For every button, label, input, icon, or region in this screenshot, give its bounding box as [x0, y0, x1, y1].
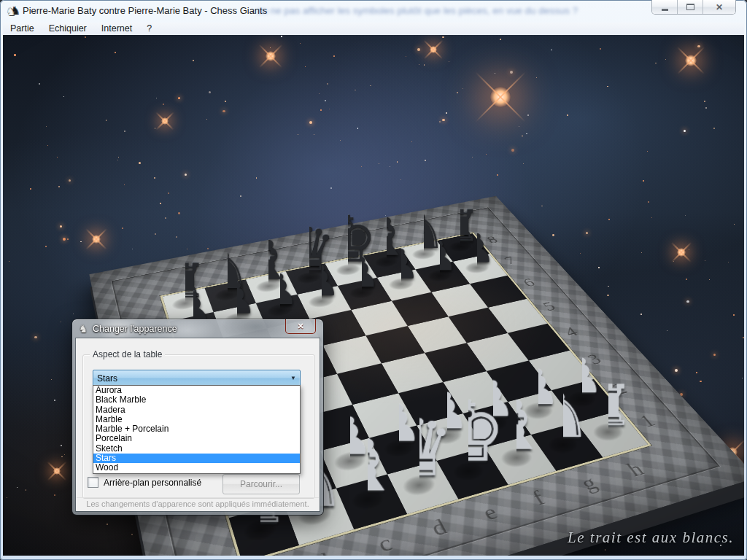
menu-partie[interactable]: Partie: [3, 23, 42, 35]
close-icon: ✕: [716, 3, 723, 12]
menu-help[interactable]: ?: [139, 23, 159, 35]
dropdown-option-marble[interactable]: Marble: [93, 415, 300, 424]
dropdown-option-madera[interactable]: Madera: [93, 405, 300, 415]
custom-background-label: Arrière-plan personnalisé: [104, 478, 201, 488]
dropdown-option-sketch[interactable]: Sketch: [93, 444, 300, 454]
turn-status-caption: Le trait est aux blancs.: [568, 529, 734, 547]
dropdown-option-black-marble[interactable]: Black Marble: [93, 395, 300, 405]
menu-bar: Partie Echiquier Internet ?: [3, 23, 744, 35]
menu-internet[interactable]: Internet: [94, 23, 139, 35]
ghost-tooltip-text: ou ne pas afficher les symboles plutôt q…: [257, 5, 578, 16]
dropdown-option-porcelain[interactable]: Porcelain: [93, 434, 300, 443]
dialog-knight-icon: ♞: [79, 323, 88, 335]
window-title: Pierre-Marie Baty contre Pierre-Marie Ba…: [23, 5, 267, 16]
custom-background-row: Arrière-plan personnalisé: [88, 477, 201, 488]
dialog-close-icon: ✕: [297, 322, 303, 330]
appearance-dialog: ♞ Changer l'apparence ✕ Aspect de la tab…: [72, 319, 323, 515]
dialog-status-text: Les changements d'apparence sont appliqu…: [77, 497, 319, 510]
menu-echiquier[interactable]: Echiquier: [42, 23, 94, 35]
dropdown-option-aurora[interactable]: Aurora: [93, 386, 300, 395]
appearance-combobox[interactable]: Stars ▼: [93, 370, 301, 386]
close-button[interactable]: ✕: [703, 0, 735, 14]
dialog-title: Changer l'apparence: [93, 324, 177, 334]
dropdown-option-stars[interactable]: Stars: [93, 454, 300, 463]
chess-giants-window: ♞♞ Pierre-Marie Baty contre Pierre-Marie…: [0, 0, 747, 560]
browse-button[interactable]: Parcourir...: [222, 474, 300, 494]
chevron-down-icon: ▼: [287, 375, 300, 381]
title-bar[interactable]: ♞♞ Pierre-Marie Baty contre Pierre-Marie…: [0, 0, 747, 22]
groupbox-label: Aspect de la table: [90, 349, 165, 359]
app-chess-knights-icon: ♞♞: [6, 4, 20, 18]
minimize-icon: [662, 9, 668, 11]
window-controls: ✕: [651, 0, 736, 15]
dropdown-option-marble-porcelain[interactable]: Marble + Porcelain: [93, 424, 300, 434]
combobox-value: Stars: [93, 373, 287, 384]
dialog-close-button[interactable]: ✕: [285, 319, 316, 334]
custom-background-checkbox[interactable]: [88, 477, 98, 488]
maximize-icon: [686, 4, 694, 10]
minimize-button[interactable]: [652, 0, 678, 14]
dialog-body: Aspect de la table Stars ▼ AuroraBlack M…: [76, 338, 320, 511]
appearance-dropdown-list: AuroraBlack MarbleMaderaMarbleMarble + P…: [93, 385, 301, 474]
maximize-button[interactable]: [678, 0, 703, 14]
dialog-title-bar[interactable]: ♞ Changer l'apparence ✕: [72, 319, 323, 338]
dropdown-option-wood[interactable]: Wood: [93, 463, 300, 472]
